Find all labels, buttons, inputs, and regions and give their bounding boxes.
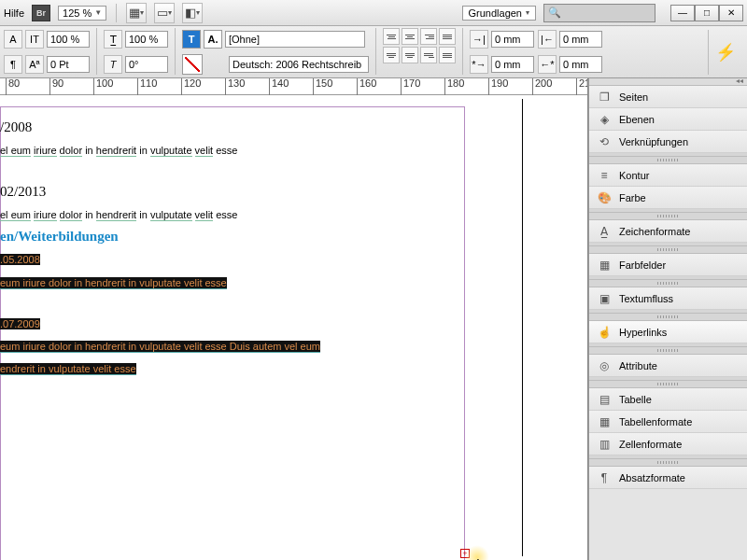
baseline-field[interactable]: 0 Pt (47, 56, 90, 73)
panel-attribute[interactable]: ◎Attribute (589, 355, 747, 377)
panel-ebenen[interactable]: ◈Ebenen (589, 108, 747, 131)
skew-icon: T (104, 55, 122, 74)
indent-first-icon: *→ (470, 55, 488, 74)
highlighted-text: .07.2009 (0, 314, 522, 332)
indent-last-icon: ←* (538, 55, 557, 74)
minimize-button[interactable]: — (670, 5, 695, 21)
justify-left-button[interactable] (383, 47, 400, 63)
document-text[interactable]: /2008 el eum iriure dolor in hendrerit i… (0, 114, 522, 382)
indent-right-field[interactable]: 0 mm (559, 31, 602, 48)
panel-collapse-button[interactable] (589, 78, 747, 86)
body-text: el eum iriure dolor in hendrerit in vulp… (0, 204, 522, 223)
tablestyles-icon: ▦ (597, 414, 612, 429)
align-center-button[interactable] (402, 28, 418, 45)
panel-textumfluss[interactable]: ▣Textumfluss (589, 287, 747, 310)
para-icon[interactable]: ¶ (4, 55, 22, 74)
panel-farbe[interactable]: 🎨Farbe (589, 187, 747, 209)
color-icon: 🎨 (597, 190, 612, 205)
hscale-field[interactable]: 100 % (125, 31, 168, 48)
char-icon[interactable]: A (4, 30, 22, 49)
textwrap-icon: ▣ (597, 291, 612, 306)
highlighted-text: eum iriure dolor in hendrerit in vulputa… (0, 273, 522, 291)
workspace-select[interactable]: Grundlagen▾ (462, 6, 537, 21)
arrange-button[interactable]: ▭▾ (154, 3, 175, 23)
indent-left-field[interactable]: 0 mm (491, 31, 534, 48)
panel-absatzformate[interactable]: ¶Absatzformate (589, 467, 747, 489)
table-icon: ▤ (597, 392, 612, 407)
vscale-field[interactable]: 100 % (47, 31, 90, 48)
links-icon: ⟲ (597, 134, 612, 149)
panel-zellenformate[interactable]: ▥Zellenformate (589, 433, 747, 455)
zoom-select[interactable]: 125 %▼ (58, 6, 106, 21)
baseline-icon: Aª (25, 55, 44, 74)
align-right-button[interactable] (420, 28, 437, 45)
chevron-down-icon: ▼ (94, 8, 102, 17)
close-button[interactable]: ✕ (719, 5, 743, 21)
language-field[interactable]: Deutsch: 2006 Rechtschreib (229, 56, 369, 73)
char-style-field[interactable]: [Ohne] (225, 31, 365, 48)
panel-kontur[interactable]: ≡Kontur (589, 164, 747, 187)
align-justify-button[interactable] (439, 28, 456, 45)
stroke-icon: ≡ (597, 168, 612, 183)
indent-right-icon: |← (538, 30, 557, 49)
charstyles-icon: A̲ (597, 224, 612, 239)
highlighted-text: .05.2008 (0, 249, 522, 268)
panel-zeichenformate[interactable]: A̲Zeichenformate (589, 220, 747, 243)
layers-icon: ◈ (597, 112, 612, 127)
parastyles-icon: ¶ (597, 470, 612, 485)
cellstyles-icon: ▥ (597, 437, 612, 452)
screen-mode-button[interactable]: ▦▾ (126, 3, 147, 23)
body-text: el eum iriure dolor in hendrerit in vulp… (0, 140, 522, 159)
bridge-button[interactable]: Br (32, 5, 50, 21)
view-options-button[interactable]: ◧▾ (182, 3, 203, 23)
horizontal-ruler: 80 90 100 110 120 130 140 150 160 170 18… (0, 78, 587, 95)
control-bar: A IT 100 % ¶ Aª 0 Pt T̲ 100 % T 0° T A. … (0, 26, 747, 78)
hscale-icon: T̲ (104, 30, 122, 49)
panel-farbfelder[interactable]: ▦Farbfelder (589, 254, 747, 276)
menu-help[interactable]: Hilfe (4, 7, 24, 19)
text-cursor-icon: I (476, 556, 480, 560)
search-icon: 🔍 (548, 7, 561, 19)
fill-color-button[interactable]: T (182, 30, 201, 49)
document-canvas[interactable]: 80 90 100 110 120 130 140 150 160 170 18… (0, 78, 588, 560)
justify-right-button[interactable] (420, 47, 437, 63)
highlighted-text: endrerit in vulputate velit esse (0, 358, 522, 377)
indent-left-icon: →| (470, 30, 488, 49)
vscale-icon: IT (25, 30, 44, 49)
separator (116, 4, 117, 22)
maximize-button[interactable]: □ (695, 5, 719, 21)
hyperlinks-icon: ☝ (597, 325, 612, 340)
panel-dock: ❐Seiten ◈Ebenen ⟲Verknüpfungen ≡Kontur 🎨… (588, 78, 747, 560)
panel-tabellenformate[interactable]: ▦Tabellenformate (589, 411, 747, 433)
attributes-icon: ◎ (597, 358, 612, 373)
panel-seiten[interactable]: ❐Seiten (589, 86, 747, 108)
swatches-icon: ▦ (597, 258, 612, 273)
justify-all-button[interactable] (439, 47, 456, 63)
date-text: 02/2013 (0, 182, 522, 201)
quick-apply-button[interactable]: ⚡ (708, 30, 741, 75)
panel-hyperlinks[interactable]: ☝Hyperlinks (589, 321, 747, 343)
date-text: /2008 (0, 118, 522, 136)
panel-verknuepfungen[interactable]: ⟲Verknüpfungen (589, 131, 747, 153)
chevron-down-icon: ▾ (526, 8, 529, 17)
align-left-button[interactable] (383, 28, 400, 45)
section-heading: en/Weiterbildungen (0, 227, 522, 245)
highlighted-text: eum iriure dolor in hendrerit in vulputa… (0, 336, 522, 355)
search-input[interactable]: 🔍 (543, 4, 655, 22)
pages-icon: ❐ (597, 90, 612, 105)
panel-tabelle[interactable]: ▤Tabelle (589, 388, 747, 411)
justify-center-button[interactable] (402, 47, 418, 63)
window-controls: — □ ✕ (670, 5, 743, 21)
indent-last-field[interactable]: 0 mm (559, 56, 602, 73)
align-buttons (383, 28, 456, 63)
menubar: Hilfe Br 125 %▼ ▦▾ ▭▾ ◧▾ Grundlagen▾ 🔍 —… (0, 0, 747, 26)
stroke-color-button[interactable]: A. (204, 30, 222, 49)
indent-first-field[interactable]: 0 mm (491, 56, 534, 73)
no-fill-icon[interactable] (182, 54, 203, 75)
skew-field[interactable]: 0° (125, 56, 168, 73)
